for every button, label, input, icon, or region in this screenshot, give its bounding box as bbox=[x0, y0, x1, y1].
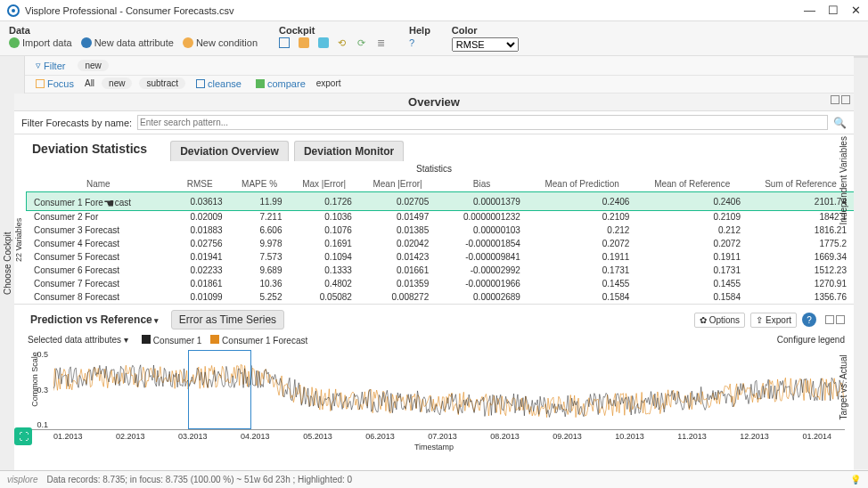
column-header[interactable]: Mean of Prediction bbox=[528, 176, 636, 192]
right-sidebar-top[interactable]: Independent Variables Drill Down bbox=[854, 56, 868, 305]
column-header[interactable]: MAPE % bbox=[230, 176, 290, 192]
panel-min-button[interactable] bbox=[831, 95, 839, 104]
focus-subtract-pill[interactable]: subtract bbox=[139, 77, 185, 89]
cell-value: 0.1726 bbox=[289, 192, 358, 211]
options-button[interactable]: ✿Options bbox=[694, 313, 745, 328]
table-row[interactable]: Consumer 3 Forecast0.018836.6060.10760.0… bbox=[27, 224, 854, 237]
cell-value: 5.252 bbox=[230, 290, 290, 304]
table-row[interactable]: Consumer 1 Fore☚cast0.0361311.990.17260.… bbox=[27, 192, 854, 211]
filter-forecasts-input[interactable] bbox=[137, 115, 828, 130]
cell-value: 9.978 bbox=[230, 237, 290, 250]
cell-value: 1512.23 bbox=[748, 264, 854, 277]
export-link[interactable]: export bbox=[316, 78, 341, 88]
legend-swatch-consumer1 bbox=[142, 335, 151, 344]
maximize-button[interactable]: ☐ bbox=[828, 4, 839, 17]
table-row[interactable]: Consumer 2 For0.020097.2110.10360.014970… bbox=[27, 210, 854, 224]
cell-value: 0.00001379 bbox=[436, 192, 528, 211]
statistics-table: NameRMSEMAPE %Max |Error|Mean |Error|Bia… bbox=[27, 176, 854, 304]
chart-min-button[interactable] bbox=[825, 315, 834, 324]
cell-value: 1775.2 bbox=[748, 237, 854, 250]
tab-deviation-monitor[interactable]: Deviation Monitor bbox=[294, 141, 404, 161]
cell-value: 0.01661 bbox=[359, 264, 436, 277]
cockpit-edit-button[interactable] bbox=[279, 37, 290, 48]
import-data-button[interactable]: Import data bbox=[9, 37, 72, 48]
cockpit-undo-button[interactable]: ⟲ bbox=[338, 37, 348, 48]
cleanse-button[interactable]: cleanse bbox=[192, 78, 245, 89]
menu-color-title: Color bbox=[452, 25, 519, 36]
color-select[interactable]: RMSE bbox=[452, 37, 519, 52]
right-sidebar-bot[interactable]: Target vs. Actual Table bbox=[854, 305, 868, 470]
table-row[interactable]: Consumer 8 Forecast0.010995.2520.050820.… bbox=[27, 290, 854, 304]
menu-help-title: Help bbox=[409, 25, 430, 36]
gear-icon: ✿ bbox=[700, 315, 707, 325]
compare-button[interactable]: compare bbox=[252, 78, 309, 89]
cell-value: 0.1911 bbox=[528, 250, 636, 264]
cockpit-star-button[interactable] bbox=[299, 37, 309, 48]
column-header[interactable]: Mean |Error| bbox=[359, 176, 436, 192]
app-logo-icon bbox=[7, 4, 20, 17]
close-button[interactable]: ✕ bbox=[851, 4, 861, 17]
export-button[interactable]: ⇪Export bbox=[750, 313, 797, 328]
focus-icon bbox=[36, 79, 45, 88]
cockpit-list-button[interactable]: ≣ bbox=[377, 37, 388, 48]
cell-value: 0.008272 bbox=[359, 290, 436, 304]
column-header[interactable]: Mean of Reference bbox=[636, 176, 748, 192]
configure-legend-link[interactable]: Configure legend bbox=[777, 335, 845, 345]
cell-value: 0.2072 bbox=[528, 237, 636, 250]
lightbulb-icon[interactable]: 💡 bbox=[850, 475, 861, 484]
table-row[interactable]: Consumer 4 Forecast0.027569.9780.16910.0… bbox=[27, 237, 854, 250]
new-attribute-button[interactable]: New data attribute bbox=[81, 37, 174, 48]
filter-forecasts-label: Filter Forecasts by name: bbox=[21, 118, 132, 128]
help-button[interactable]: ? bbox=[409, 37, 420, 48]
independent-variables-tab[interactable]: Independent Variables bbox=[839, 137, 848, 225]
cell-value: 0.00002689 bbox=[436, 290, 528, 304]
focus-button[interactable]: Focus bbox=[32, 78, 78, 89]
expand-chart-button[interactable]: ⛶ bbox=[14, 427, 32, 445]
column-header[interactable]: Max |Error| bbox=[289, 176, 358, 192]
tab-error-time-series[interactable]: Error as Time Series bbox=[171, 310, 284, 329]
cell-name: Consumer 5 Forecast bbox=[27, 250, 170, 264]
choose-cockpit-tab[interactable]: Choose Cockpit bbox=[3, 232, 12, 295]
filter-new-pill[interactable]: new bbox=[78, 60, 108, 71]
column-header[interactable]: RMSE bbox=[170, 176, 230, 192]
cockpit-globe-button[interactable] bbox=[318, 37, 329, 48]
cell-value: 0.01423 bbox=[359, 250, 436, 264]
left-sidebar[interactable]: Choose Cockpit bbox=[0, 56, 14, 470]
column-header[interactable]: Bias bbox=[436, 176, 528, 192]
cell-value: 0.0000001232 bbox=[436, 210, 528, 224]
focus-all[interactable]: All bbox=[85, 78, 94, 88]
cell-name: Consumer 7 Forecast bbox=[27, 277, 170, 290]
table-row[interactable]: Consumer 6 Forecast0.022339.6890.13330.0… bbox=[27, 264, 854, 277]
column-header[interactable]: Name bbox=[27, 176, 170, 192]
cell-value: 0.00000103 bbox=[436, 224, 528, 237]
cell-value: 0.03613 bbox=[170, 192, 230, 211]
legend-consumer1: Consumer 1 bbox=[153, 336, 201, 346]
selected-attributes-dropdown[interactable]: Selected data attributes▾ bbox=[23, 333, 133, 346]
cell-value: -0.000001854 bbox=[436, 237, 528, 250]
table-row[interactable]: Consumer 7 Forecast0.0186110.360.48020.0… bbox=[27, 277, 854, 290]
cell-value: -0.000001966 bbox=[436, 277, 528, 290]
tab-deviation-statistics[interactable]: Deviation Statistics bbox=[23, 138, 156, 161]
search-icon[interactable]: 🔍 bbox=[833, 117, 847, 129]
chart-help-icon[interactable]: ? bbox=[802, 313, 816, 327]
filter-button[interactable]: ▿Filter bbox=[32, 60, 69, 71]
target-actual-tab[interactable]: Target vs. Actual bbox=[839, 355, 848, 420]
cell-value: 0.02009 bbox=[170, 210, 230, 224]
chart-plot-area[interactable]: 0.5 0.3 0.1 ⛶ bbox=[23, 350, 845, 430]
cell-value: 9.689 bbox=[230, 264, 290, 277]
table-row[interactable]: Consumer 5 Forecast0.019417.5730.10940.0… bbox=[27, 250, 854, 264]
legend-forecast: Consumer 1 Forecast bbox=[222, 336, 307, 346]
cockpit-redo-button[interactable]: ⟳ bbox=[357, 37, 368, 48]
chart-max-button[interactable] bbox=[836, 315, 845, 324]
cell-value: 0.212 bbox=[636, 224, 748, 237]
minimize-button[interactable]: — bbox=[804, 4, 815, 17]
cell-value: 0.1094 bbox=[289, 250, 358, 264]
tab-deviation-overview[interactable]: Deviation Overview bbox=[170, 141, 289, 161]
redo-icon: ⟳ bbox=[357, 37, 368, 48]
panel-max-button[interactable] bbox=[841, 95, 850, 104]
focus-new-pill[interactable]: new bbox=[102, 77, 132, 89]
cell-value: 7.211 bbox=[230, 210, 290, 224]
new-condition-button[interactable]: New condition bbox=[183, 37, 258, 48]
cell-value: 0.1731 bbox=[636, 264, 748, 277]
tab-prediction-vs-reference[interactable]: Prediction vs Reference▾ bbox=[23, 311, 166, 329]
